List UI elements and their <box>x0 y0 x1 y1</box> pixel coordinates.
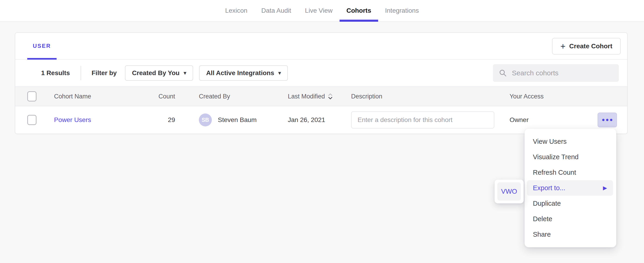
row-context-menu: View Users Visualize Trend Refresh Count… <box>524 129 616 247</box>
nav-tab-data-audit[interactable]: Data Audit <box>254 0 298 21</box>
search-cohorts-box[interactable] <box>493 64 619 82</box>
chevron-down-icon: ▾ <box>278 70 281 76</box>
more-icon <box>610 119 612 121</box>
created-by-dropdown-value: Created By You <box>132 69 180 77</box>
nav-tab-live-view[interactable]: Live View <box>298 0 339 21</box>
more-icon <box>602 119 604 121</box>
select-all-checkbox[interactable] <box>27 91 36 101</box>
menu-item-export-to[interactable]: Export to... ▶ <box>527 180 613 196</box>
menu-item-share[interactable]: Share <box>524 227 616 242</box>
column-header-cohort-name[interactable]: Cohort Name <box>50 93 154 100</box>
access-level: Owner <box>510 116 592 124</box>
divider <box>80 66 81 80</box>
column-header-created-by[interactable]: Created By <box>186 93 278 100</box>
column-header-your-access[interactable]: Your Access <box>510 93 592 100</box>
nav-tab-lexicon[interactable]: Lexicon <box>218 0 254 21</box>
table-header: Cohort Name Count Created By Last Modifi… <box>15 86 627 106</box>
sort-icon[interactable] <box>328 93 333 100</box>
chevron-down-icon: ▾ <box>184 70 186 76</box>
more-actions-button[interactable] <box>598 113 617 127</box>
tab-user[interactable]: USER <box>27 33 56 59</box>
row-checkbox[interactable] <box>27 115 36 125</box>
more-icon <box>606 119 608 121</box>
column-header-description[interactable]: Description <box>348 93 510 100</box>
export-submenu: VWO <box>494 180 524 203</box>
filter-by-label: Filter by <box>92 69 117 77</box>
results-count: 1 Results <box>41 69 70 77</box>
menu-item-view-users[interactable]: View Users <box>524 134 616 149</box>
cohorts-panel: USER + Create Cohort 1 Results Filter by… <box>15 32 628 134</box>
description-input[interactable] <box>351 111 494 128</box>
top-nav: Lexicon Data Audit Live View Cohorts Int… <box>0 0 644 22</box>
create-cohort-label: Create Cohort <box>569 43 612 50</box>
menu-item-visualize-trend[interactable]: Visualize Trend <box>524 149 616 165</box>
menu-item-refresh-count[interactable]: Refresh Count <box>524 165 616 180</box>
panel-tab-row: USER + Create Cohort <box>15 33 627 60</box>
integrations-dropdown[interactable]: All Active Integrations ▾ <box>199 65 288 81</box>
submenu-item-vwo[interactable]: VWO <box>497 182 521 201</box>
filter-row: 1 Results Filter by Created By You ▾ All… <box>15 60 627 86</box>
column-header-count[interactable]: Count <box>154 93 186 100</box>
menu-item-delete[interactable]: Delete <box>524 211 616 227</box>
avatar: SB <box>199 113 212 126</box>
menu-item-duplicate[interactable]: Duplicate <box>524 196 616 211</box>
submenu-arrow-icon: ▶ <box>603 185 607 191</box>
column-header-last-modified[interactable]: Last Modified <box>278 93 348 100</box>
nav-tab-cohorts[interactable]: Cohorts <box>340 0 378 21</box>
cohort-count: 29 <box>154 116 186 124</box>
search-cohorts-input[interactable] <box>512 69 613 77</box>
nav-tab-integrations[interactable]: Integrations <box>378 0 426 21</box>
created-by-name: Steven Baum <box>218 116 257 124</box>
cohort-name-link[interactable]: Power Users <box>54 116 91 123</box>
created-by-dropdown[interactable]: Created By You ▾ <box>125 65 193 81</box>
create-cohort-button[interactable]: + Create Cohort <box>552 38 621 55</box>
integrations-dropdown-value: All Active Integrations <box>206 69 274 77</box>
search-icon <box>499 69 507 77</box>
plus-icon: + <box>560 42 566 51</box>
last-modified-date: Jan 26, 2021 <box>278 116 348 124</box>
